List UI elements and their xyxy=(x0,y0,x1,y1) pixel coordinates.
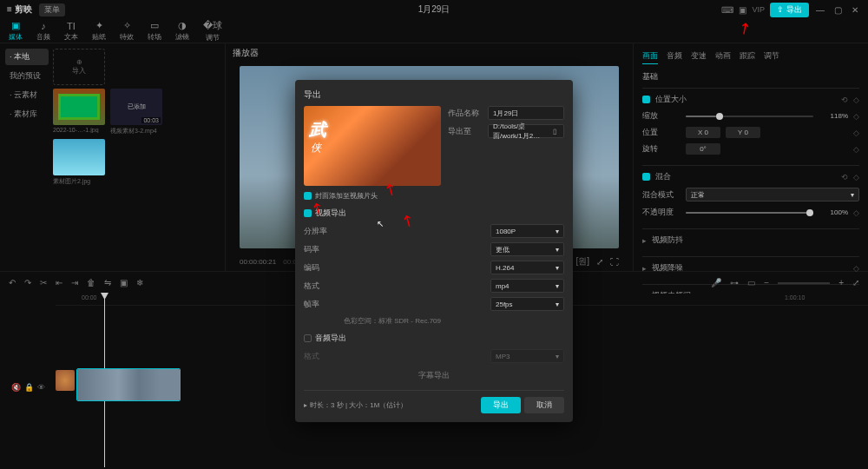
prop-tab-picture[interactable]: 画面 xyxy=(642,49,658,64)
folder-icon[interactable]: ▯ xyxy=(550,128,559,135)
export-button-top[interactable]: ⇪导出 xyxy=(770,3,809,17)
media-thumb[interactable]: 2022-10-…-1.jpg xyxy=(53,89,105,135)
tab-sticker[interactable]: ✦贴纸 xyxy=(92,20,106,42)
reset-icon[interactable]: ⟲ xyxy=(841,96,848,104)
export-path-input[interactable]: D:/tools/桌面/work/1月2…▯ xyxy=(488,124,564,138)
keyframe-icon[interactable]: ◇ xyxy=(853,208,859,217)
keyframe-icon[interactable]: ◇ xyxy=(853,112,859,121)
label: 分辨率 xyxy=(304,226,339,237)
keyframe-icon[interactable]: ◇ xyxy=(853,173,859,182)
bitrate-dropdown[interactable]: 更低▾ xyxy=(490,242,564,256)
colorspace-info: 色彩空间：标准 SDR - Rec.709 xyxy=(344,316,564,326)
zoom-out-icon[interactable]: − xyxy=(764,278,769,287)
layout-icon[interactable]: ▣ xyxy=(739,5,746,15)
pos-x-input[interactable] xyxy=(686,127,720,138)
cover-preview[interactable]: 武 侠 xyxy=(304,106,441,186)
prop-tab-anim[interactable]: 动画 xyxy=(715,49,731,64)
resolution-dropdown[interactable]: 1080P▾ xyxy=(490,224,564,238)
sidebar-library[interactable]: · 素材库 xyxy=(5,106,49,122)
project-name-input[interactable]: 1月29日 xyxy=(488,106,564,120)
zoom-slider[interactable] xyxy=(778,282,830,284)
tab-effects[interactable]: ✧特效 xyxy=(120,20,134,42)
menu-button[interactable]: 菜单 xyxy=(39,3,65,17)
scale-value[interactable]: 118% xyxy=(819,112,848,120)
fullscreen-icon[interactable]: ⛶ xyxy=(610,257,619,267)
close-icon[interactable]: ✕ xyxy=(849,5,861,15)
tab-transition[interactable]: ▭转场 xyxy=(148,20,161,42)
blend-mode-dropdown[interactable]: 正常▾ xyxy=(686,188,859,201)
tab-adjust[interactable]: �球调节 xyxy=(203,19,222,43)
sidebar-presets[interactable]: 我的预设 xyxy=(5,68,49,84)
section-title[interactable]: 视频防抖 xyxy=(652,234,683,246)
mirror-icon[interactable]: ⇋ xyxy=(104,278,111,287)
rotation-input[interactable] xyxy=(686,143,720,155)
vip-badge[interactable]: VIP xyxy=(752,5,765,14)
scale-slider[interactable] xyxy=(686,116,813,117)
format-dropdown[interactable]: mp4▾ xyxy=(490,279,564,293)
checkbox-icon[interactable] xyxy=(642,173,650,181)
sidebar-cloud[interactable]: · 云素材 xyxy=(5,87,49,103)
label: 旋转 xyxy=(642,143,681,155)
app-logo: ≡ 剪映 xyxy=(7,3,32,16)
audio-export-checkbox[interactable] xyxy=(304,334,312,342)
section-title[interactable]: 视频降噪 xyxy=(652,262,683,274)
hide-icon[interactable]: 👁 xyxy=(37,383,45,392)
media-panel: · 本地 我的预设 · 云素材 · 素材库 ⊕导入 2022-10-…-1.jp… xyxy=(0,43,226,271)
zoom-in-icon[interactable]: + xyxy=(838,278,844,287)
maximize-icon[interactable]: ▢ xyxy=(832,5,844,15)
split-right-icon[interactable]: ⇥ xyxy=(71,278,78,287)
preview-toggle-icon[interactable]: ▭ xyxy=(747,278,755,287)
lock-icon[interactable]: 🔒 xyxy=(24,383,34,392)
crop-icon[interactable]: ▣ xyxy=(120,278,128,287)
opacity-value[interactable]: 100% xyxy=(819,208,848,216)
scale-icon[interactable]: ⤢ xyxy=(596,257,603,267)
minimize-icon[interactable]: — xyxy=(814,5,826,15)
prop-tab-track[interactable]: 跟踪 xyxy=(740,49,755,64)
label: 位置 xyxy=(642,127,681,138)
tab-filter[interactable]: ◑滤镜 xyxy=(175,20,189,42)
cover-text: 武 xyxy=(309,118,326,142)
prop-subtab[interactable]: 基础 xyxy=(642,71,859,83)
tab-audio[interactable]: ♪音频 xyxy=(36,21,50,42)
tab-media[interactable]: ▣媒体 xyxy=(9,20,23,42)
preview-header: 播放器 xyxy=(226,43,633,63)
video-export-checkbox[interactable] xyxy=(304,209,312,217)
prop-tab-speed[interactable]: 变速 xyxy=(691,49,707,64)
split-left-icon[interactable]: ⇤ xyxy=(56,278,62,287)
cover-checkbox[interactable] xyxy=(304,192,312,200)
mute-icon[interactable]: 🔇 xyxy=(11,383,21,392)
media-thumb[interactable]: 已添加视频素材3-2.mp4 xyxy=(110,89,162,135)
autosnap-icon[interactable]: ⊶ xyxy=(730,278,739,287)
project-title: 1月29日 xyxy=(418,3,450,16)
tab-text[interactable]: TI文本 xyxy=(64,21,78,42)
prop-tab-adjust[interactable]: 调节 xyxy=(764,49,779,64)
keyframe-icon[interactable]: ◇ xyxy=(853,145,859,154)
cancel-button[interactable]: 取消 xyxy=(524,397,564,413)
redo-icon[interactable]: ↷ xyxy=(24,278,31,287)
delete-icon[interactable]: 🗑 xyxy=(87,278,95,287)
mic-icon[interactable]: 🎤 xyxy=(711,278,721,287)
undo-icon[interactable]: ↶ xyxy=(9,278,16,287)
section-title: 字幕导出 xyxy=(418,370,450,381)
keyframe-icon[interactable]: ◇ xyxy=(853,129,859,137)
cover-thumbnail[interactable] xyxy=(56,370,75,391)
import-button[interactable]: ⊕导入 xyxy=(53,49,105,85)
ratio-icon[interactable]: [원] xyxy=(575,255,589,268)
pos-y-input[interactable] xyxy=(726,127,760,138)
zoom-fit-icon[interactable]: ⤢ xyxy=(852,278,859,287)
cover-text: 侠 xyxy=(311,141,321,155)
shortcut-icon[interactable]: ⌨ xyxy=(721,5,733,15)
media-thumb[interactable]: 素材图片2.jpg xyxy=(53,139,105,186)
fps-dropdown[interactable]: 25fps▾ xyxy=(490,297,564,311)
keyframe-icon[interactable]: ◇ xyxy=(853,96,859,104)
sidebar-local[interactable]: · 本地 xyxy=(5,49,49,65)
codec-dropdown[interactable]: H.264▾ xyxy=(490,261,564,274)
export-confirm-button[interactable]: 导出 xyxy=(481,397,521,413)
cut-icon[interactable]: ✂ xyxy=(40,278,47,287)
freeze-icon[interactable]: ❄ xyxy=(136,278,143,287)
video-clip[interactable]: 视频素材3-2.mp4 00:00:02:18 xyxy=(76,368,181,401)
opacity-slider[interactable] xyxy=(686,212,813,214)
checkbox-icon[interactable] xyxy=(642,96,650,103)
reset-icon[interactable]: ⟲ xyxy=(841,173,848,182)
prop-tab-audio[interactable]: 音频 xyxy=(667,49,682,64)
